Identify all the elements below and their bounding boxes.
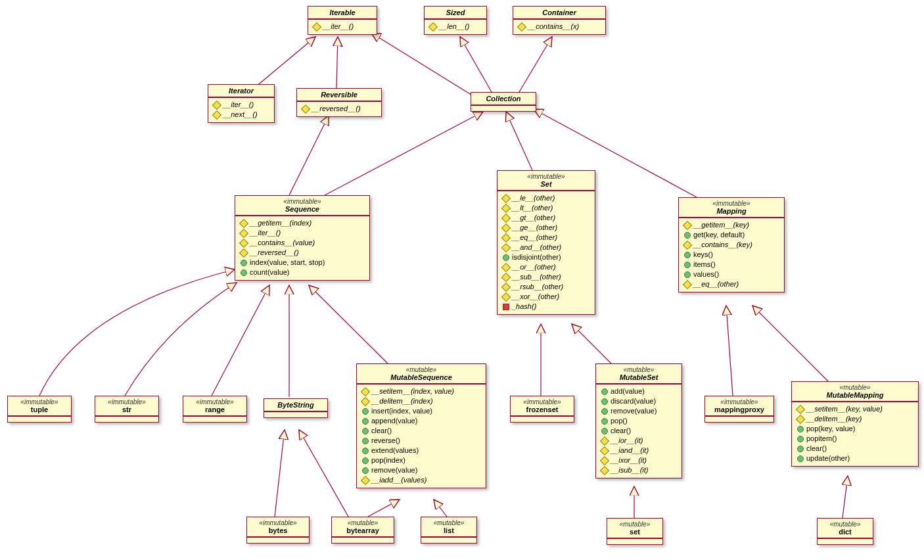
method-row: __or__(other)	[503, 262, 589, 272]
abstract-icon	[517, 22, 526, 32]
method-row: __getitem__(key)	[684, 220, 779, 230]
method-row: add(value)	[601, 386, 676, 396]
concrete-icon	[684, 262, 691, 268]
concrete-icon	[797, 436, 804, 442]
method-row: __contains__(key)	[684, 240, 779, 250]
abstract-icon	[361, 387, 370, 396]
class-container: Container __contains__(x)	[513, 6, 606, 35]
concrete-icon	[362, 467, 369, 474]
abstract-icon	[501, 292, 511, 302]
method-row: __iter__()	[241, 228, 364, 238]
method-row: remove(value)	[601, 406, 676, 416]
abstract-icon	[239, 219, 248, 228]
abstract-icon	[600, 466, 609, 475]
method-row: pop()	[601, 416, 676, 426]
abstract-icon	[501, 233, 511, 243]
method-row: items()	[684, 260, 779, 269]
class-sequence: «immutable» Sequence __getitem__(index)_…	[235, 195, 370, 281]
method-row: __gt__(other)	[503, 213, 589, 223]
method-row: clear()	[601, 426, 676, 436]
class-sized: Sized __len__()	[424, 6, 487, 35]
method-row: __contains__(x)	[519, 22, 600, 32]
class-mutablemapping: «mutable»MutableMapping __setitem__(key,…	[791, 381, 919, 467]
abstract-icon	[501, 263, 511, 272]
abstract-icon	[239, 229, 248, 238]
class-collection: Collection	[471, 92, 536, 112]
concrete-icon	[503, 254, 509, 261]
method-row: __iadd__(values)	[362, 475, 480, 485]
concrete-icon	[362, 457, 369, 464]
method-row: __ixor__(it)	[601, 455, 676, 465]
method-row: popitem()	[797, 434, 913, 444]
method-row: __le__(other)	[503, 193, 589, 203]
method-row: __next__()	[214, 110, 269, 120]
method-row: isdisjoint(other)	[503, 252, 589, 262]
abstract-icon	[428, 22, 438, 32]
class-name: Iterator	[214, 87, 269, 95]
method-row: __reversed__()	[241, 248, 364, 258]
abstract-icon	[796, 415, 805, 424]
abstract-icon	[600, 436, 609, 446]
method-row: _hash()	[503, 302, 589, 312]
method-row: values()	[684, 269, 779, 279]
method-row: update(other)	[797, 454, 913, 463]
method-row: clear()	[797, 444, 913, 454]
concrete-icon	[601, 408, 608, 415]
method-row: discard(value)	[601, 396, 676, 406]
concrete-icon	[684, 232, 691, 239]
method-row: extend(values)	[362, 446, 480, 455]
method-row: __contains__(value)	[241, 238, 364, 248]
method-row: __setitem__(key, value)	[797, 404, 913, 414]
method-row: __reversed__()	[302, 104, 376, 114]
abstract-icon	[501, 223, 511, 233]
concrete-icon	[601, 428, 608, 434]
class-name: Container	[519, 9, 600, 16]
class-list: «mutable»list	[421, 517, 477, 544]
abstract-icon	[239, 239, 248, 248]
abstract-icon	[312, 22, 321, 32]
class-str: «immutable»str	[95, 396, 159, 423]
abstract-icon	[501, 283, 511, 292]
concrete-icon	[241, 260, 247, 266]
class-mutablesequence: «mutable»MutableSequence __setitem__(ind…	[356, 363, 486, 488]
class-iterator: Iterator __iter__()__next__()	[208, 84, 275, 123]
abstract-icon	[501, 204, 511, 213]
method-row: __iter__()	[214, 100, 269, 110]
method-row: append(value)	[362, 416, 480, 426]
method-row: index(value, start, stop)	[241, 258, 364, 268]
concrete-icon	[362, 438, 369, 444]
abstract-icon	[501, 214, 511, 223]
class-tuple: «immutable»tuple	[7, 396, 72, 423]
abstract-icon	[600, 456, 609, 465]
concrete-icon	[684, 271, 691, 278]
abstract-icon	[361, 397, 370, 406]
concrete-icon	[601, 398, 608, 405]
method-row: __getitem__(index)	[241, 218, 364, 228]
abstract-icon	[239, 248, 248, 258]
concrete-icon	[601, 388, 608, 395]
method-row: __iter__()	[313, 22, 371, 32]
abstract-icon	[683, 221, 692, 230]
class-name: Reversible	[302, 91, 376, 99]
concrete-icon	[797, 455, 804, 462]
method-row: keys()	[684, 250, 779, 260]
class-name: Mapping	[684, 207, 779, 215]
class-reversible: Reversible __reversed__()	[296, 88, 382, 117]
abstract-icon	[301, 105, 310, 114]
uml-canvas: Iterable __iter__() Sized __len__() Cont…	[0, 0, 924, 560]
method-row: __rsub__(other)	[503, 282, 589, 292]
concrete-icon	[601, 418, 608, 425]
method-row: __xor__(other)	[503, 292, 589, 302]
abstract-icon	[683, 241, 692, 250]
class-mutableset: «mutable»MutableSet add(value)discard(va…	[595, 363, 682, 478]
concrete-icon	[362, 408, 369, 415]
class-stereotype: «immutable»	[503, 173, 589, 180]
concrete-icon	[362, 418, 369, 425]
method-row: __len__()	[430, 22, 481, 32]
class-mappingproxy: «immutable»mappingproxy	[705, 396, 774, 423]
method-row: __and__(other)	[503, 243, 589, 252]
abstract-icon	[212, 101, 221, 110]
class-mapping: «immutable» Mapping __getitem__(key)get(…	[678, 197, 785, 292]
class-name: Sequence	[241, 205, 364, 213]
class-set-concrete: «mutable»set	[607, 518, 663, 545]
